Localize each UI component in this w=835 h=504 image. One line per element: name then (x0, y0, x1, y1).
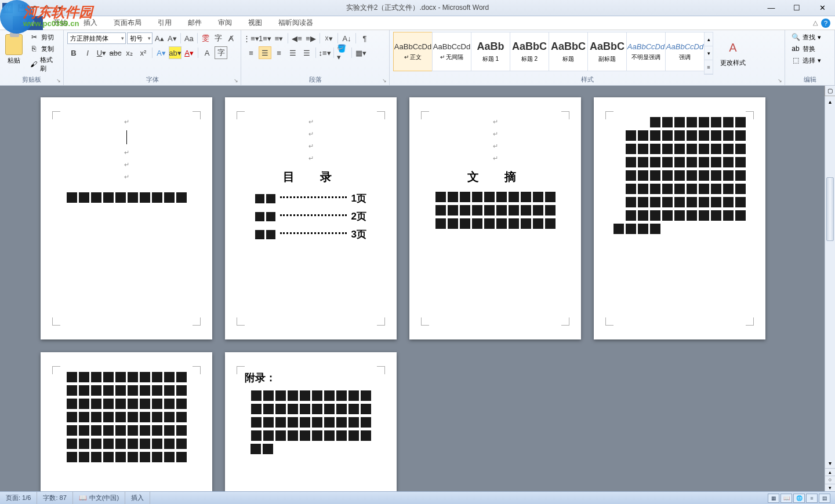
paste-icon (5, 34, 23, 55)
justify-button[interactable]: ☰ (286, 46, 299, 59)
status-lang[interactable]: 📖中文(中国) (73, 492, 125, 504)
tab-references[interactable]: 引用 (150, 16, 180, 30)
subscript-button[interactable]: x₂ (123, 46, 136, 59)
page-1[interactable]: ↵ ↵ ↵ ↵ (41, 97, 212, 339)
tab-review[interactable]: 审阅 (210, 16, 240, 30)
book-icon: 📖 (79, 494, 87, 502)
shrink-font-button[interactable]: A▾ (166, 32, 178, 45)
font-name-combo[interactable]: 方正胖娃简体 (67, 32, 126, 44)
page-3[interactable]: ↵↵↵↵ 文 摘 (409, 97, 581, 339)
tab-mail[interactable]: 邮件 (180, 16, 210, 30)
brush-icon: 🖌 (30, 60, 38, 69)
change-styles-icon: A (725, 40, 741, 56)
page-2[interactable]: ↵↵↵↵ 目 录 1页 2页 3页 (225, 97, 397, 339)
scroll-thumb[interactable] (826, 177, 834, 241)
text-effects-button[interactable]: A▾ (155, 46, 168, 59)
view-reading[interactable]: 📖 (780, 494, 792, 503)
char-shading-button[interactable]: A (201, 46, 213, 59)
replace-button[interactable]: ab替换 (789, 43, 831, 54)
bullets-button[interactable]: ⋮≡▾ (245, 32, 257, 45)
abstract-title: 文 摘 (422, 169, 568, 185)
help-icon[interactable]: ? (821, 19, 830, 28)
outdent-button[interactable]: ◀≡ (291, 32, 303, 45)
distribute-button[interactable]: ☰ (300, 46, 313, 59)
tab-layout[interactable]: 页面布局 (106, 16, 150, 30)
style-subtle-em[interactable]: AaBbCcDd不明显强调 (626, 32, 666, 71)
scroll-down-icon[interactable]: ▾ (825, 458, 835, 468)
change-styles-button[interactable]: A 更改样式 (719, 32, 747, 75)
view-draft[interactable]: ▤ (819, 494, 830, 503)
dialog-launcher-icon[interactable]: ↘ (55, 77, 62, 84)
style-heading2[interactable]: AaBbC标题 2 (510, 32, 549, 71)
style-normal[interactable]: AaBbCcDd↵ 正文 (393, 32, 433, 71)
italic-button[interactable]: I (81, 46, 94, 59)
toc-entry: 1页 (255, 192, 366, 205)
group-styles: AaBbCcDd↵ 正文 AaBbCcDd↵ 无间隔 AaBb标题 1 AaBb… (390, 30, 785, 85)
dialog-launcher-icon[interactable]: ↘ (776, 77, 783, 84)
show-marks-button[interactable]: ¶ (358, 32, 371, 45)
indent-button[interactable]: ≡▶ (304, 32, 317, 45)
change-case-button[interactable]: Aa (183, 32, 195, 45)
tab-view[interactable]: 视图 (240, 16, 270, 30)
status-words[interactable]: 字数: 87 (37, 492, 72, 504)
underline-button[interactable]: U▾ (95, 46, 108, 59)
enclose-button[interactable]: 字 (213, 32, 224, 45)
align-right-button[interactable]: ≡ (273, 46, 285, 59)
borders-button[interactable]: ▦▾ (354, 46, 367, 59)
font-color-button[interactable]: A▾ (183, 46, 195, 59)
style-heading1[interactable]: AaBb标题 1 (471, 32, 510, 71)
vertical-scrollbar[interactable]: ▴ ▾ (825, 96, 835, 468)
minimize-button[interactable]: — (758, 0, 784, 16)
group-font: 方正胖娃简体 初号 A▴ A▾ Aa 雯 字 A̸ B I U▾ abc x₂ … (64, 30, 241, 85)
group-label: 段落 (245, 75, 386, 84)
style-nospacing[interactable]: AaBbCcDd↵ 无间隔 (432, 32, 471, 71)
status-mode[interactable]: 插入 (125, 492, 150, 504)
scroll-up-icon[interactable]: ▴ (825, 96, 835, 107)
align-left-button[interactable]: ≡ (245, 46, 257, 59)
dialog-launcher-icon[interactable]: ↘ (233, 77, 239, 84)
highlight-button[interactable]: ab▾ (169, 46, 181, 59)
page-6[interactable]: 附录： (225, 352, 397, 491)
page-5[interactable] (41, 352, 212, 491)
bold-button[interactable]: B (67, 46, 80, 59)
char-border-button[interactable]: 字 (215, 46, 227, 59)
copy-button[interactable]: ⎘复制 (27, 43, 60, 54)
dialog-launcher-icon[interactable]: ↘ (381, 77, 388, 84)
styles-scroll[interactable]: ▴▾≡ (704, 32, 713, 75)
format-painter-button[interactable]: 🖌格式刷 (27, 55, 60, 74)
pinyin-button[interactable]: 雯 (200, 32, 212, 45)
styles-gallery[interactable]: AaBbCcDd↵ 正文 AaBbCcDd↵ 无间隔 AaBb标题 1 AaBb… (393, 32, 713, 75)
style-subtitle[interactable]: AaBbC副标题 (587, 32, 627, 71)
paste-button[interactable]: 粘贴 (3, 32, 25, 75)
view-web[interactable]: 🌐 (793, 494, 805, 503)
numbering-button[interactable]: 1≡▾ (259, 32, 271, 45)
sort-button[interactable]: A↓ (340, 32, 353, 45)
minimize-ribbon-icon[interactable]: △ (813, 19, 818, 27)
close-button[interactable]: ✕ (809, 0, 835, 16)
font-size-combo[interactable]: 初号 (127, 32, 152, 44)
multilevel-button[interactable]: ≡▾ (273, 32, 285, 45)
asian-layout-button[interactable]: ☓▾ (322, 32, 335, 45)
tab-foxit[interactable]: 福昕阅读器 (270, 16, 321, 30)
superscript-button[interactable]: x² (137, 46, 150, 59)
clear-format-button[interactable]: A̸ (226, 32, 237, 45)
shading-button[interactable]: 🪣▾ (336, 46, 349, 59)
view-outline[interactable]: ≡ (806, 494, 818, 503)
browse-object-nav[interactable]: ▴○▾ (825, 468, 835, 491)
find-button[interactable]: 🔍查找▾ (789, 32, 831, 42)
group-editing: 🔍查找▾ ab替换 ⬚选择▾ 编辑 (785, 30, 835, 85)
toc-entry: 3页 (255, 228, 366, 241)
ruler-toggle[interactable]: ▢ (825, 86, 835, 96)
style-title[interactable]: AaBbC标题 (549, 32, 588, 71)
maximize-button[interactable]: ☐ (784, 0, 809, 16)
style-emphasis[interactable]: AaBbCcDd强调 (665, 32, 705, 71)
view-print-layout[interactable]: ▦ (768, 494, 779, 503)
page-4[interactable] (594, 97, 765, 339)
status-page[interactable]: 页面: 1/6 (0, 492, 37, 504)
select-button[interactable]: ⬚选择▾ (789, 55, 831, 65)
line-spacing-button[interactable]: ↕≡▾ (318, 46, 331, 59)
align-center-button[interactable]: ☰ (259, 46, 271, 59)
grow-font-button[interactable]: A▴ (154, 32, 165, 45)
toc-entry: 2页 (255, 210, 366, 223)
strike-button[interactable]: abc (109, 46, 122, 59)
